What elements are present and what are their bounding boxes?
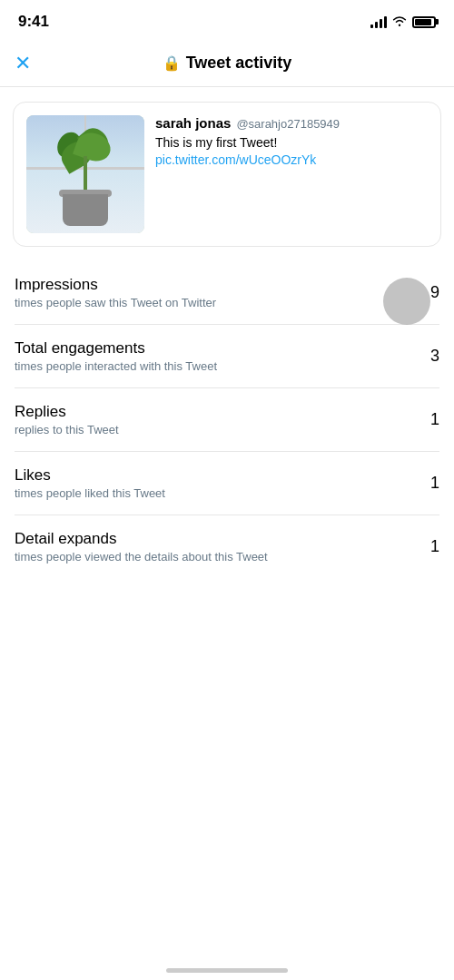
replies-desc: replies to this Tweet	[15, 423, 119, 436]
nav-bar: ✕ 🔒 Tweet activity	[0, 40, 454, 87]
total-engagements-label: Total engagements	[15, 339, 217, 358]
detail-expands-value: 1	[430, 537, 439, 556]
page-title: Tweet activity	[186, 54, 292, 73]
lock-icon: 🔒	[163, 54, 181, 72]
total-engagements-row: Total engagements times people interacte…	[15, 325, 439, 388]
likes-row: Likes times people liked this Tweet 1	[15, 452, 439, 515]
replies-info: Replies replies to this Tweet	[15, 403, 119, 436]
tweet-card: sarah jonas @sarahjo27185949 This is my …	[13, 102, 441, 247]
replies-label: Replies	[15, 403, 119, 421]
total-engagements-value: 3	[430, 347, 439, 366]
total-engagements-info: Total engagements times people interacte…	[15, 339, 217, 373]
detail-expands-info: Detail expands times people viewed the d…	[15, 530, 268, 564]
tweet-text: This is my first Tweet!	[155, 134, 428, 152]
tweet-image	[26, 115, 144, 233]
tweet-author-row: sarah jonas @sarahjo27185949	[155, 115, 428, 131]
close-button[interactable]: ✕	[15, 54, 31, 74]
impressions-value: 9	[430, 283, 439, 302]
tweet-content: sarah jonas @sarahjo27185949 This is my …	[155, 115, 428, 167]
total-engagements-desc: times people interacted with this Tweet	[15, 359, 217, 373]
tooltip-bubble	[383, 278, 430, 325]
impressions-info: Impressions times people saw this Tweet …	[15, 276, 216, 309]
signal-icon	[370, 15, 387, 28]
likes-value: 1	[430, 474, 439, 493]
likes-label: Likes	[15, 466, 165, 485]
likes-info: Likes times people liked this Tweet	[15, 466, 165, 500]
wifi-icon	[392, 15, 407, 30]
stats-section: Impressions times people saw this Tweet …	[0, 261, 454, 578]
tweet-author-handle: @sarahjo27185949	[236, 117, 340, 131]
detail-expands-label: Detail expands	[15, 530, 268, 548]
impressions-row: Impressions times people saw this Tweet …	[15, 261, 439, 325]
impressions-label: Impressions	[15, 276, 216, 294]
nav-title-area: 🔒 Tweet activity	[163, 54, 292, 73]
battery-icon	[412, 16, 436, 28]
detail-expands-row: Detail expands times people viewed the d…	[15, 515, 439, 578]
status-bar: 9:41	[0, 0, 454, 40]
tweet-author-name: sarah jonas	[155, 115, 231, 131]
replies-value: 1	[430, 410, 439, 429]
tweet-link[interactable]: pic.twitter.com/wUceOOzrYk	[155, 152, 428, 167]
status-icons	[370, 15, 436, 30]
impressions-desc: times people saw this Tweet on Twitter	[15, 296, 216, 309]
likes-desc: times people liked this Tweet	[15, 486, 165, 500]
home-indicator	[166, 968, 288, 973]
status-time: 9:41	[18, 13, 49, 31]
replies-row: Replies replies to this Tweet 1	[15, 388, 439, 452]
detail-expands-desc: times people viewed the details about th…	[15, 550, 268, 564]
